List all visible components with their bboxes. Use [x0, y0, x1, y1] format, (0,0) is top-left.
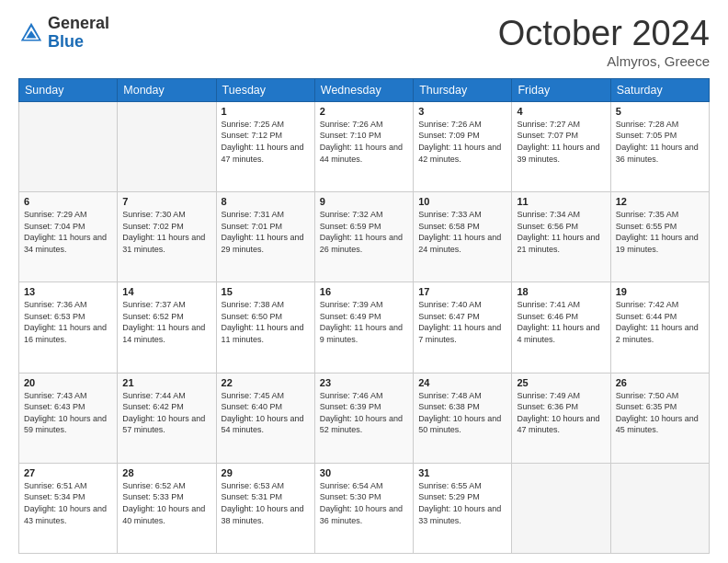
day-info: Sunrise: 7:33 AM Sunset: 6:58 PM Dayligh… — [418, 209, 506, 255]
day-number: 30 — [320, 467, 408, 478]
day-number: 19 — [616, 286, 704, 297]
weekday-header-sunday: Sunday — [19, 78, 118, 101]
logo-general: General — [48, 15, 109, 33]
day-info: Sunrise: 6:55 AM Sunset: 5:29 PM Dayligh… — [418, 480, 506, 526]
calendar-cell: 6Sunrise: 7:29 AM Sunset: 7:04 PM Daylig… — [19, 192, 118, 282]
calendar-cell: 2Sunrise: 7:26 AM Sunset: 7:10 PM Daylig… — [314, 101, 413, 191]
calendar-week-5: 27Sunrise: 6:51 AM Sunset: 5:34 PM Dayli… — [19, 463, 710, 553]
day-info: Sunrise: 7:40 AM Sunset: 6:47 PM Dayligh… — [418, 299, 506, 345]
day-number: 18 — [517, 286, 605, 297]
calendar-header-row: SundayMondayTuesdayWednesdayThursdayFrid… — [19, 78, 710, 101]
calendar-cell: 29Sunrise: 6:53 AM Sunset: 5:31 PM Dayli… — [216, 463, 314, 553]
calendar-cell: 18Sunrise: 7:41 AM Sunset: 6:46 PM Dayli… — [512, 282, 610, 373]
month-title: October 2024 — [498, 15, 710, 53]
day-info: Sunrise: 7:31 AM Sunset: 7:01 PM Dayligh… — [222, 209, 310, 255]
calendar-cell: 26Sunrise: 7:50 AM Sunset: 6:35 PM Dayli… — [610, 373, 709, 463]
calendar-cell: 19Sunrise: 7:42 AM Sunset: 6:44 PM Dayli… — [610, 282, 709, 373]
day-info: Sunrise: 7:50 AM Sunset: 6:35 PM Dayligh… — [616, 390, 704, 436]
day-info: Sunrise: 7:34 AM Sunset: 6:56 PM Dayligh… — [517, 209, 605, 255]
weekday-header-thursday: Thursday — [414, 78, 512, 101]
day-number: 26 — [616, 377, 704, 388]
day-number: 9 — [320, 196, 408, 207]
day-number: 1 — [222, 106, 310, 117]
calendar-cell: 24Sunrise: 7:48 AM Sunset: 6:38 PM Dayli… — [414, 373, 512, 463]
day-info: Sunrise: 7:44 AM Sunset: 6:42 PM Dayligh… — [122, 390, 210, 436]
day-number: 28 — [122, 467, 210, 478]
calendar-cell: 17Sunrise: 7:40 AM Sunset: 6:47 PM Dayli… — [414, 282, 512, 373]
title-block: October 2024 Almyros, Greece — [498, 15, 710, 69]
calendar-cell — [118, 101, 216, 191]
calendar-week-3: 13Sunrise: 7:36 AM Sunset: 6:53 PM Dayli… — [19, 282, 710, 373]
day-info: Sunrise: 7:35 AM Sunset: 6:55 PM Dayligh… — [616, 209, 704, 255]
day-number: 14 — [122, 286, 210, 297]
calendar-cell: 20Sunrise: 7:43 AM Sunset: 6:43 PM Dayli… — [19, 373, 118, 463]
calendar-cell: 15Sunrise: 7:38 AM Sunset: 6:50 PM Dayli… — [216, 282, 314, 373]
day-number: 8 — [222, 196, 310, 207]
day-number: 23 — [320, 377, 408, 388]
day-info: Sunrise: 7:43 AM Sunset: 6:43 PM Dayligh… — [24, 390, 112, 436]
day-info: Sunrise: 7:48 AM Sunset: 6:38 PM Dayligh… — [418, 390, 506, 436]
day-info: Sunrise: 7:46 AM Sunset: 6:39 PM Dayligh… — [320, 390, 408, 436]
day-info: Sunrise: 7:36 AM Sunset: 6:53 PM Dayligh… — [24, 299, 112, 345]
calendar-cell: 30Sunrise: 6:54 AM Sunset: 5:30 PM Dayli… — [314, 463, 413, 553]
day-number: 22 — [222, 377, 310, 388]
day-number: 20 — [24, 377, 112, 388]
calendar-body: 1Sunrise: 7:25 AM Sunset: 7:12 PM Daylig… — [19, 101, 710, 553]
day-number: 7 — [122, 196, 210, 207]
day-number: 4 — [517, 106, 605, 117]
calendar-cell — [610, 463, 709, 553]
calendar-cell: 21Sunrise: 7:44 AM Sunset: 6:42 PM Dayli… — [118, 373, 216, 463]
calendar-cell: 27Sunrise: 6:51 AM Sunset: 5:34 PM Dayli… — [19, 463, 118, 553]
calendar-cell: 31Sunrise: 6:55 AM Sunset: 5:29 PM Dayli… — [414, 463, 512, 553]
weekday-header-saturday: Saturday — [610, 78, 709, 101]
day-info: Sunrise: 7:32 AM Sunset: 6:59 PM Dayligh… — [320, 209, 408, 255]
calendar-cell: 5Sunrise: 7:28 AM Sunset: 7:05 PM Daylig… — [610, 101, 709, 191]
calendar-week-1: 1Sunrise: 7:25 AM Sunset: 7:12 PM Daylig… — [19, 101, 710, 191]
day-info: Sunrise: 7:27 AM Sunset: 7:07 PM Dayligh… — [517, 119, 605, 165]
day-number: 29 — [222, 467, 310, 478]
logo-text: General Blue — [48, 15, 109, 52]
day-number: 21 — [122, 377, 210, 388]
day-number: 17 — [418, 286, 506, 297]
day-number: 5 — [616, 106, 704, 117]
calendar-cell: 12Sunrise: 7:35 AM Sunset: 6:55 PM Dayli… — [610, 192, 709, 282]
page: General Blue October 2024 Almyros, Greec… — [0, 0, 728, 563]
logo-blue: Blue — [48, 33, 109, 52]
calendar-week-4: 20Sunrise: 7:43 AM Sunset: 6:43 PM Dayli… — [19, 373, 710, 463]
calendar-cell: 25Sunrise: 7:49 AM Sunset: 6:36 PM Dayli… — [512, 373, 610, 463]
day-number: 27 — [24, 467, 112, 478]
calendar-cell: 1Sunrise: 7:25 AM Sunset: 7:12 PM Daylig… — [216, 101, 314, 191]
day-number: 11 — [517, 196, 605, 207]
calendar-week-2: 6Sunrise: 7:29 AM Sunset: 7:04 PM Daylig… — [19, 192, 710, 282]
calendar-cell — [19, 101, 118, 191]
day-number: 31 — [418, 467, 506, 478]
weekday-header-friday: Friday — [512, 78, 610, 101]
logo-icon — [18, 20, 44, 46]
day-info: Sunrise: 7:29 AM Sunset: 7:04 PM Dayligh… — [24, 209, 112, 255]
location: Almyros, Greece — [498, 53, 710, 69]
weekday-header-monday: Monday — [118, 78, 216, 101]
calendar-cell: 11Sunrise: 7:34 AM Sunset: 6:56 PM Dayli… — [512, 192, 610, 282]
day-info: Sunrise: 7:26 AM Sunset: 7:10 PM Dayligh… — [320, 119, 408, 165]
day-info: Sunrise: 7:30 AM Sunset: 7:02 PM Dayligh… — [122, 209, 210, 255]
calendar-cell: 13Sunrise: 7:36 AM Sunset: 6:53 PM Dayli… — [19, 282, 118, 373]
calendar-cell: 3Sunrise: 7:26 AM Sunset: 7:09 PM Daylig… — [414, 101, 512, 191]
calendar-cell: 14Sunrise: 7:37 AM Sunset: 6:52 PM Dayli… — [118, 282, 216, 373]
day-info: Sunrise: 7:42 AM Sunset: 6:44 PM Dayligh… — [616, 299, 704, 345]
day-info: Sunrise: 6:54 AM Sunset: 5:30 PM Dayligh… — [320, 480, 408, 526]
calendar-cell: 4Sunrise: 7:27 AM Sunset: 7:07 PM Daylig… — [512, 101, 610, 191]
day-number: 2 — [320, 106, 408, 117]
weekday-header-tuesday: Tuesday — [216, 78, 314, 101]
day-info: Sunrise: 7:38 AM Sunset: 6:50 PM Dayligh… — [222, 299, 310, 345]
day-number: 3 — [418, 106, 506, 117]
calendar-cell: 8Sunrise: 7:31 AM Sunset: 7:01 PM Daylig… — [216, 192, 314, 282]
day-number: 25 — [517, 377, 605, 388]
calendar-table: SundayMondayTuesdayWednesdayThursdayFrid… — [18, 78, 710, 554]
day-info: Sunrise: 7:49 AM Sunset: 6:36 PM Dayligh… — [517, 390, 605, 436]
calendar-cell: 9Sunrise: 7:32 AM Sunset: 6:59 PM Daylig… — [314, 192, 413, 282]
calendar-cell: 10Sunrise: 7:33 AM Sunset: 6:58 PM Dayli… — [414, 192, 512, 282]
day-info: Sunrise: 7:37 AM Sunset: 6:52 PM Dayligh… — [122, 299, 210, 345]
day-info: Sunrise: 7:25 AM Sunset: 7:12 PM Dayligh… — [222, 119, 310, 165]
day-info: Sunrise: 7:39 AM Sunset: 6:49 PM Dayligh… — [320, 299, 408, 345]
calendar-cell — [512, 463, 610, 553]
